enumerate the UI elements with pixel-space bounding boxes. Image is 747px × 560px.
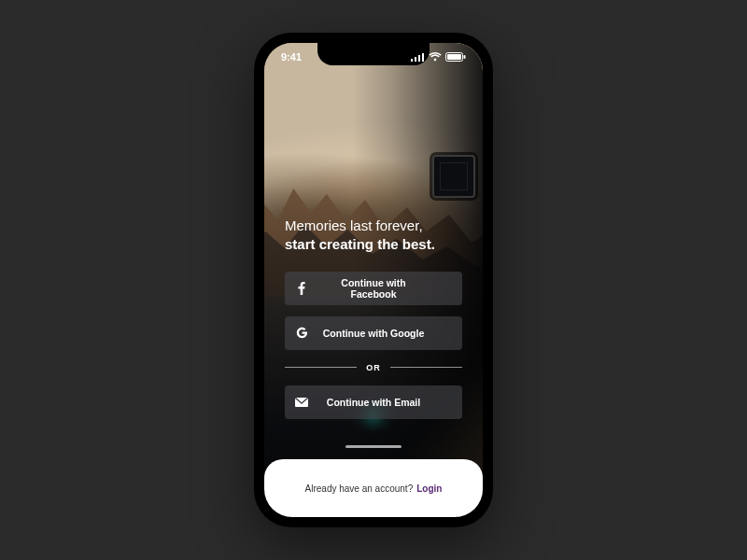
svg-rect-1 <box>415 57 416 62</box>
home-indicator <box>345 445 402 448</box>
email-icon <box>285 398 318 407</box>
continue-facebook-button[interactable]: Continue with Facebook <box>285 272 462 305</box>
signal-icon <box>411 52 425 62</box>
status-bar: 9:41 <box>264 43 483 71</box>
canvas: 9:41 Memories last forever, start creati… <box>0 0 747 560</box>
svg-rect-2 <box>418 55 420 62</box>
continue-email-label: Continue with Email <box>318 397 462 408</box>
login-link[interactable]: Login <box>416 483 442 494</box>
facebook-icon <box>285 282 318 295</box>
headline-line-2: start creating the best. <box>285 235 462 254</box>
divider-line-left <box>285 367 357 368</box>
status-right <box>411 52 466 62</box>
footer-prompt: Already have an account? <box>305 483 414 494</box>
footer-card: Already have an account? Login <box>264 459 483 517</box>
continue-google-button[interactable]: Continue with Google <box>285 316 462 350</box>
continue-email-button[interactable]: Continue with Email <box>285 385 462 419</box>
svg-rect-0 <box>411 59 413 62</box>
screen: 9:41 Memories last forever, start creati… <box>264 43 483 517</box>
svg-rect-5 <box>447 54 461 60</box>
status-time: 9:41 <box>281 51 302 63</box>
continue-facebook-label: Continue with Facebook <box>318 277 462 300</box>
headline: Memories last forever, start creating th… <box>285 217 462 255</box>
battery-icon <box>445 52 466 62</box>
svg-rect-6 <box>464 55 466 59</box>
wifi-icon <box>429 52 442 62</box>
divider-line-right <box>390 367 462 368</box>
divider-text: OR <box>366 363 381 372</box>
headline-line-1: Memories last forever, <box>285 217 462 235</box>
continue-google-label: Continue with Google <box>318 328 462 339</box>
svg-rect-3 <box>422 53 424 62</box>
google-icon <box>285 327 318 339</box>
device-frame: 9:41 Memories last forever, start creati… <box>254 33 493 527</box>
divider-or: OR <box>285 363 462 372</box>
